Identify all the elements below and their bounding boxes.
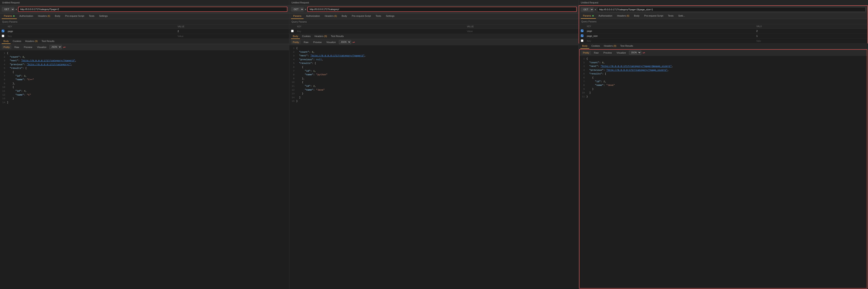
tab-tests-3[interactable]: Tests bbox=[666, 13, 676, 19]
format-raw-2[interactable]: Raw bbox=[302, 40, 310, 44]
tab-headers-3[interactable]: Headers (6) bbox=[615, 13, 631, 19]
tab-pre-2[interactable]: Pre-request Script bbox=[350, 13, 373, 19]
tab-pre-1[interactable]: Pre-request Script bbox=[63, 13, 86, 19]
tab-auth-2[interactable]: Authorization bbox=[304, 13, 322, 19]
body-tab-cookies-2[interactable]: Cookies bbox=[300, 34, 312, 39]
chevron-icon-3: ▾ bbox=[595, 8, 596, 11]
body-tab-headers-2[interactable]: Headers (9) bbox=[313, 34, 329, 39]
format-row-1: Pretty Raw Preview Visualize JSON ⇌ bbox=[0, 44, 289, 50]
body-tab-headers-1[interactable]: Headers (9) bbox=[24, 39, 39, 44]
format-raw-3[interactable]: Raw bbox=[592, 51, 600, 55]
method-select-1[interactable]: GET bbox=[2, 7, 14, 11]
row-value-empty-2[interactable]: Value bbox=[465, 29, 579, 34]
body-section-2: Body Cookies Headers (9) Test Results Pr… bbox=[289, 34, 579, 289]
format-preview-3[interactable]: Preview bbox=[602, 51, 614, 55]
format-visualize-1[interactable]: Visualize bbox=[35, 45, 48, 49]
th-check-1 bbox=[0, 25, 6, 29]
url-input-1[interactable] bbox=[18, 7, 287, 12]
body-tab-cookies-3[interactable]: Cookies bbox=[590, 43, 602, 49]
table-row: page 2 bbox=[0, 29, 289, 34]
row-checkbox-empty-1[interactable] bbox=[2, 35, 4, 37]
row-checkbox-empty-3[interactable] bbox=[581, 39, 583, 42]
tab-body-1[interactable]: Body bbox=[53, 13, 62, 19]
url-input-3[interactable] bbox=[597, 7, 866, 12]
format-preview-2[interactable]: Preview bbox=[311, 40, 323, 44]
format-visualize-3[interactable]: Visualize bbox=[615, 51, 628, 55]
json-select-1[interactable]: JSON bbox=[50, 45, 62, 49]
tabs-row-3: Params Authorization Headers (6) Body Pr… bbox=[579, 13, 868, 19]
method-select-3[interactable]: GET bbox=[581, 7, 593, 12]
row-key-1[interactable]: page bbox=[6, 29, 176, 34]
body-section-1: Body Cookies Headers (9) Test Results Pr… bbox=[0, 39, 289, 289]
tab-tests-1[interactable]: Tests bbox=[87, 13, 97, 19]
table-row: page_size 1 bbox=[579, 34, 868, 38]
json-select-3[interactable]: JSON bbox=[629, 51, 641, 55]
tab-params-2[interactable]: Params bbox=[291, 13, 304, 19]
url-bar-3: GET ▾ bbox=[579, 5, 868, 13]
panel-3-title: Untitled Request bbox=[579, 0, 868, 5]
th-value-1: VALUE bbox=[176, 25, 289, 29]
format-visualize-2[interactable]: Visualize bbox=[324, 40, 338, 44]
row-key-empty-1[interactable]: Key bbox=[6, 34, 176, 39]
row-key-empty-2[interactable]: Key bbox=[296, 29, 465, 34]
body-tab-body-2[interactable]: Body bbox=[291, 34, 300, 39]
tab-headers-1[interactable]: Headers (6) bbox=[36, 13, 52, 19]
code-area-3: 1{ 2 "count": 6, 3 "next": "http://0.0.0… bbox=[580, 56, 867, 288]
tab-params-3[interactable]: Params bbox=[581, 13, 596, 19]
tab-auth-1[interactable]: Authorization bbox=[17, 13, 35, 19]
tab-pre-3[interactable]: Pre-request Script bbox=[642, 13, 665, 19]
tab-tests-2[interactable]: Tests bbox=[373, 13, 383, 19]
format-pretty-2[interactable]: Pretty bbox=[291, 40, 301, 44]
tab-body-3[interactable]: Body bbox=[632, 13, 642, 19]
chevron-icon-1: ▾ bbox=[16, 8, 17, 10]
tab-settings-1[interactable]: Settings bbox=[97, 13, 110, 19]
format-raw-1[interactable]: Raw bbox=[13, 45, 21, 49]
body-tab-test-1[interactable]: Test Results bbox=[40, 39, 56, 44]
wrap-icon-3[interactable]: ⇌ bbox=[643, 51, 645, 55]
body-tab-test-3[interactable]: Test Results bbox=[619, 43, 635, 49]
panel-3: Untitled Request GET ▾ Params Authorizat… bbox=[579, 0, 868, 289]
body-tab-body-1[interactable]: Body bbox=[2, 39, 10, 44]
row-value-page-3[interactable]: 2 bbox=[754, 29, 868, 34]
row-key-page-3[interactable]: page bbox=[585, 29, 754, 34]
row-value-1[interactable]: 2 bbox=[176, 29, 289, 34]
wrap-icon-2[interactable]: ⇌ bbox=[352, 40, 355, 44]
tab-auth-3[interactable]: Authorization bbox=[596, 13, 614, 19]
section-label-2: Query Params bbox=[289, 19, 579, 25]
row-checkbox-empty-2[interactable] bbox=[291, 30, 293, 32]
tabs-row-1: Params Authorization Headers (6) Body Pr… bbox=[0, 13, 289, 19]
row-checkbox-pagesize-3[interactable] bbox=[581, 34, 583, 37]
tab-body-2[interactable]: Body bbox=[340, 13, 349, 19]
row-checkbox-1[interactable] bbox=[2, 30, 4, 32]
json-select-2[interactable]: JSON bbox=[339, 40, 351, 44]
tab-settings-3[interactable]: Setti... bbox=[676, 13, 687, 19]
panel-2: Untitled Request GET ▾ Params Authorizat… bbox=[289, 0, 579, 289]
th-value-3: VALU bbox=[754, 24, 868, 29]
query-table-3: KEY VALU page 2 page_size 1 Key Valu bbox=[579, 24, 868, 43]
row-checkbox-page-3[interactable] bbox=[581, 30, 583, 32]
panel-2-title: Untitled Request bbox=[289, 0, 579, 5]
tab-params-1[interactable]: Params bbox=[2, 13, 17, 19]
format-preview-1[interactable]: Preview bbox=[22, 45, 34, 49]
body-tab-body-3[interactable]: Body bbox=[580, 43, 589, 49]
row-value-empty-1[interactable]: Value bbox=[176, 34, 289, 39]
panel-1: Untitled Request GET ▾ Params Authorizat… bbox=[0, 0, 289, 289]
row-key-empty-3[interactable]: Key bbox=[585, 38, 754, 43]
body-tab-test-2[interactable]: Test Results bbox=[329, 34, 345, 39]
body-tab-headers-3[interactable]: Headers (9) bbox=[602, 43, 618, 49]
body-tab-cookies-1[interactable]: Cookies bbox=[11, 39, 23, 44]
format-pretty-3[interactable]: Pretty bbox=[581, 51, 591, 55]
row-value-pagesize-3[interactable]: 1 bbox=[754, 34, 868, 38]
method-select-2[interactable]: GET bbox=[291, 7, 304, 11]
row-value-empty-3[interactable]: Valu bbox=[754, 38, 868, 43]
body-tabs-2: Body Cookies Headers (9) Test Results bbox=[289, 34, 579, 39]
url-input-2[interactable] bbox=[307, 7, 577, 12]
query-table-1: KEY VALUE page 2 Key Value bbox=[0, 25, 289, 39]
tab-settings-2[interactable]: Settings bbox=[383, 13, 397, 19]
code-area-2: 1{ 2 "count": 6, 3 "next": "http://0.0.0… bbox=[289, 45, 579, 289]
tab-headers-2[interactable]: Headers (6) bbox=[322, 13, 339, 19]
format-pretty-1[interactable]: Pretty bbox=[2, 45, 11, 49]
row-key-pagesize-3[interactable]: page_size bbox=[585, 34, 754, 38]
wrap-icon-1[interactable]: ⇌ bbox=[63, 45, 66, 49]
url-bar-2: GET ▾ bbox=[289, 5, 579, 13]
